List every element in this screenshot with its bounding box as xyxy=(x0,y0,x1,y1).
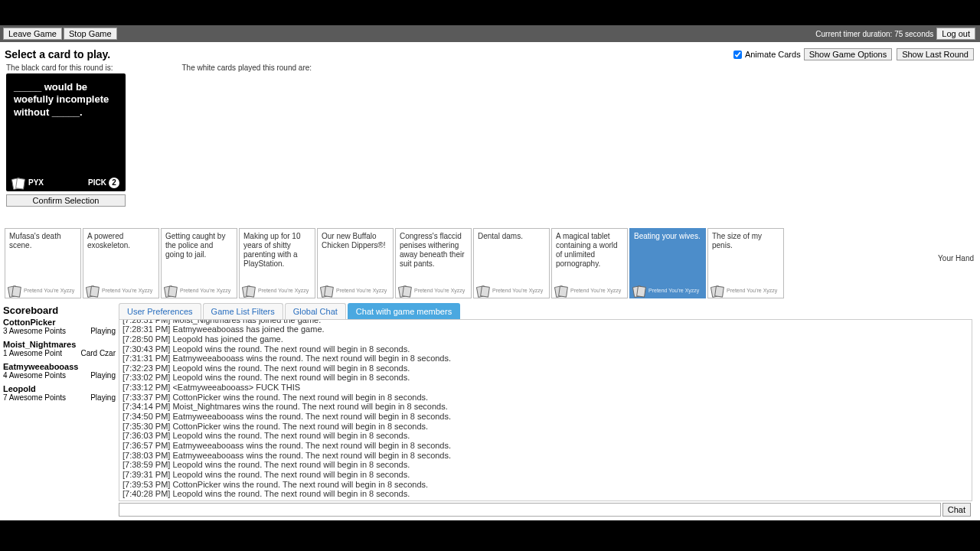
pick-label: PICK xyxy=(88,178,106,188)
black-card-text: _____ would be woefully incomplete witho… xyxy=(14,81,118,119)
player-name: Eatmyweeabooass xyxy=(3,362,116,371)
scoreboard-player: Leopold7 Awesome PointsPlaying xyxy=(3,384,116,402)
show-game-options-button[interactable]: Show Game Options xyxy=(804,48,893,60)
stop-game-button[interactable]: Stop Game xyxy=(64,28,117,40)
tab-global-chat[interactable]: Global Chat xyxy=(285,303,346,319)
chat-line: [7:33:12 PM] <Eatmyweeabooass> FUCK THIS xyxy=(122,383,969,393)
chat-line: [7:32:23 PM] Leopold wins the round. The… xyxy=(122,364,969,373)
hand-card[interactable]: Beating your wives.Pretend You're Xyzzy xyxy=(629,228,706,298)
hand-card[interactable]: Our new Buffalo Chicken Dippers®!Pretend… xyxy=(317,228,394,298)
scoreboard-player: CottonPicker3 Awesome PointsPlaying xyxy=(3,318,116,335)
chat-line: [7:30:43 PM] Leopold wins the round. The… xyxy=(122,344,969,354)
scoreboard-player: Moist_Nightmares1 Awesome PointCard Czar xyxy=(3,340,116,357)
pick-count: 2 xyxy=(109,178,119,188)
chat-input[interactable] xyxy=(119,503,941,517)
hand-card-footer: Pretend You're Xyzzy xyxy=(165,286,230,296)
logout-button[interactable]: Log out xyxy=(936,28,975,40)
scoreboard-heading: Scoreboard xyxy=(3,305,116,316)
hand-card[interactable]: Mufasa's death scene.Pretend You're Xyzz… xyxy=(5,228,81,298)
chat-line: [7:40:28 PM] Leopold wins the round. The… xyxy=(122,489,969,499)
page-title: Select a card to play. xyxy=(5,48,110,60)
hand-card[interactable]: The size of my penis.Pretend You're Xyzz… xyxy=(707,228,784,298)
chat-line: [7:33:02 PM] Leopold wins the round. The… xyxy=(122,373,969,383)
cards-icon xyxy=(711,286,725,296)
tab-game-list-filters[interactable]: Game List Filters xyxy=(203,303,283,319)
black-card: _____ would be woefully incomplete witho… xyxy=(6,73,126,191)
player-points: 1 Awesome Point xyxy=(3,349,62,357)
chat-log[interactable]: [7:27:39 PM] You have joined the game.[7… xyxy=(119,320,972,501)
cards-icon xyxy=(477,286,491,296)
chat-line: [7:38:03 PM] Eatmyweeabooass wins the ro… xyxy=(122,451,969,461)
hand-card[interactable]: A magical tablet containing a world of u… xyxy=(551,228,628,298)
player-name: Moist_Nightmares xyxy=(3,340,116,349)
animate-cards-checkbox[interactable] xyxy=(733,51,742,59)
chat-line: [7:28:50 PM] Leopold has joined the game… xyxy=(122,334,969,344)
chat-line: [7:36:03 PM] Leopold wins the round. The… xyxy=(122,431,969,441)
hand-card-text: Our new Buffalo Chicken Dippers®! xyxy=(322,232,389,250)
cards-icon xyxy=(243,286,256,296)
tab-user-preferences[interactable]: User Preferences xyxy=(119,303,201,319)
chat-line: [7:33:37 PM] CottonPicker wins the round… xyxy=(122,393,969,403)
hand-card-footer: Pretend You're Xyzzy xyxy=(711,286,777,296)
timer-text: Current timer duration: 75 seconds xyxy=(815,30,933,38)
scoreboard: Scoreboard CottonPicker3 Awesome PointsP… xyxy=(0,303,119,517)
played-cards-label: The white cards played this round are: xyxy=(182,64,312,72)
black-card-deck: PYX xyxy=(28,178,44,188)
player-name: CottonPicker xyxy=(3,318,116,327)
player-status: Playing xyxy=(90,371,116,380)
cards-icon xyxy=(165,286,178,296)
your-hand-label: Your Hand xyxy=(938,254,974,262)
chat-line: [7:36:57 PM] Eatmyweeabooass wins the ro… xyxy=(122,441,969,451)
hand-card-footer: Pretend You're Xyzzy xyxy=(399,286,465,296)
hand-card-text: Congress's flaccid penises withering awa… xyxy=(400,232,467,269)
letterbox-top xyxy=(0,0,980,25)
hand-card-footer: Pretend You're Xyzzy xyxy=(555,286,621,296)
chat-line: [7:34:50 PM] Eatmyweeabooass wins the ro… xyxy=(122,412,969,422)
cards-icon xyxy=(555,286,569,296)
chat-line: [7:31:31 PM] Eatmyweeabooass wins the ro… xyxy=(122,354,969,364)
player-status: Playing xyxy=(90,393,116,402)
hand-card[interactable]: Making up for 10 years of shitty parenti… xyxy=(239,228,315,298)
hand-card-footer: Pretend You're Xyzzy xyxy=(243,286,309,296)
hand-card-footer: Pretend You're Xyzzy xyxy=(477,286,543,296)
chat-line: [7:28:31 PM] Eatmyweeabooass has joined … xyxy=(122,324,969,334)
tab-game-chat[interactable]: Chat with game members xyxy=(348,303,460,319)
player-points: 7 Awesome Points xyxy=(3,393,66,402)
hand-card-text: Getting caught by the police and going t… xyxy=(165,232,233,259)
hand-card[interactable]: A powered exoskeleton.Pretend You're Xyz… xyxy=(83,228,159,298)
hand-card[interactable]: Congress's flaccid penises withering awa… xyxy=(395,228,472,298)
chat-line: [7:38:59 PM] Leopold wins the round. The… xyxy=(122,460,969,470)
hand-container: Mufasa's death scene.Pretend You're Xyzz… xyxy=(5,228,784,298)
hand-card-footer: Pretend You're Xyzzy xyxy=(633,286,699,296)
confirm-selection-button[interactable]: Confirm Selection xyxy=(6,194,126,207)
hand-card-text: Beating your wives. xyxy=(634,232,701,241)
cards-icon xyxy=(399,286,413,296)
chat-tabs: User Preferences Game List Filters Globa… xyxy=(119,303,972,320)
black-card-label: The black card for this round is: xyxy=(6,64,113,72)
hand-card[interactable]: Dental dams.Pretend You're Xyzzy xyxy=(473,228,550,298)
player-points: 4 Awesome Points xyxy=(3,371,66,380)
scoreboard-player: Eatmyweeabooass4 Awesome PointsPlaying xyxy=(3,362,116,380)
hand-card-text: Mufasa's death scene. xyxy=(9,232,77,250)
hand-card-footer: Pretend You're Xyzzy xyxy=(8,286,74,296)
chat-send-button[interactable]: Chat xyxy=(942,503,971,517)
top-bar: Leave Game Stop Game Current timer durat… xyxy=(0,25,980,42)
player-status: Card Czar xyxy=(80,349,116,357)
leave-game-button[interactable]: Leave Game xyxy=(3,28,62,40)
hand-card-footer: Pretend You're Xyzzy xyxy=(87,286,152,296)
cards-icon xyxy=(12,178,26,188)
show-last-round-button[interactable]: Show Last Round xyxy=(897,48,974,60)
chat-line: [7:35:30 PM] CottonPicker wins the round… xyxy=(122,422,969,432)
hand-card[interactable]: Getting caught by the police and going t… xyxy=(161,228,237,298)
hand-card-text: A powered exoskeleton. xyxy=(87,232,155,250)
hand-card-footer: Pretend You're Xyzzy xyxy=(321,286,387,296)
cards-icon xyxy=(87,286,100,296)
chat-line: [7:34:14 PM] Moist_Nightmares wins the r… xyxy=(122,402,969,412)
player-name: Leopold xyxy=(3,384,116,393)
hand-card-text: The size of my penis. xyxy=(712,232,779,250)
chat-line: [7:39:31 PM] Leopold wins the round. The… xyxy=(122,470,969,480)
cards-icon xyxy=(633,286,647,296)
hand-card-text: Making up for 10 years of shitty parenti… xyxy=(243,232,311,269)
cards-icon xyxy=(321,286,335,296)
cards-icon xyxy=(8,286,22,296)
